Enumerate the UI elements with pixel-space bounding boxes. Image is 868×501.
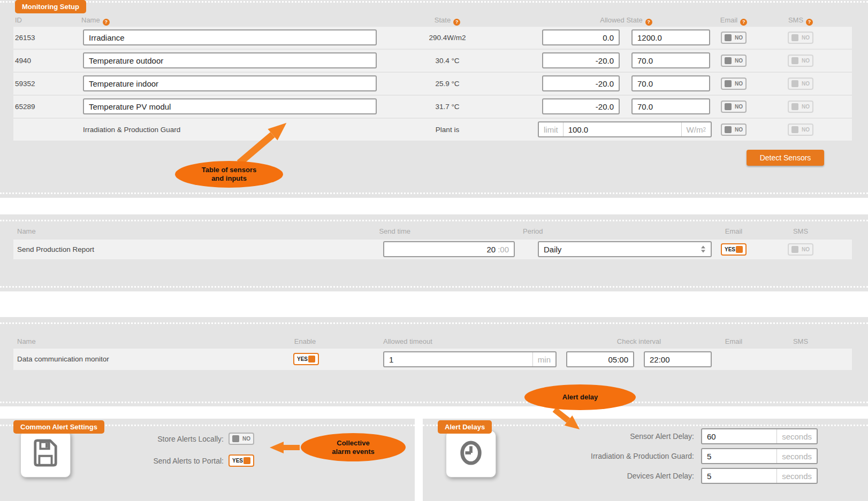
toggle-knob xyxy=(232,435,239,442)
interval-to-input[interactable] xyxy=(644,351,712,367)
allowed-max-input[interactable] xyxy=(631,29,710,45)
help-icon[interactable]: ? xyxy=(806,19,813,26)
table-row: Data communication monitor YES 1 min xyxy=(13,349,852,370)
sensor-id: 26153 xyxy=(15,27,35,49)
toggle-label: NO xyxy=(242,436,250,442)
spinner-up-icon[interactable] xyxy=(701,246,705,249)
allowed-min-input[interactable] xyxy=(542,29,620,45)
sensor-alert-delay-input[interactable]: 60 seconds xyxy=(701,428,818,444)
devices-alert-delay-label: Devices Alert Delay: xyxy=(540,468,694,484)
monitoring-setup-badge: Monitoring Setup xyxy=(15,0,86,13)
sensor-name-input[interactable] xyxy=(83,98,377,114)
guard-state: Plant is xyxy=(412,119,483,141)
limit-unit: W/m2 xyxy=(681,122,711,136)
alert-delays-badge: Alert Delays xyxy=(438,420,492,434)
toggle-label: NO xyxy=(802,58,810,64)
column-header-name: Name xyxy=(17,227,36,235)
allowed-timeout-input[interactable]: 1 min xyxy=(383,351,557,367)
send-alerts-portal-label: Send Alerts to Portal: xyxy=(85,455,224,467)
email-toggle[interactable]: NO xyxy=(721,55,747,67)
save-card xyxy=(20,430,71,477)
clock-card xyxy=(446,430,496,477)
delay-unit: seconds xyxy=(776,449,817,463)
allowed-min-input[interactable] xyxy=(542,98,620,114)
toggle-knob xyxy=(791,126,798,133)
spinner-icon[interactable] xyxy=(701,246,705,253)
sensor-name-input[interactable] xyxy=(83,29,377,45)
column-header-interval: Check interval xyxy=(566,337,712,345)
spinner-down-icon[interactable] xyxy=(701,250,705,253)
sensor-id: 65289 xyxy=(15,96,35,118)
store-alerts-toggle[interactable]: NO xyxy=(229,433,254,445)
help-icon[interactable]: ? xyxy=(453,19,460,26)
send-alerts-portal-toggle[interactable]: YES xyxy=(229,454,254,467)
table-row: 59352 25.9 °C NO NO xyxy=(13,73,852,95)
help-icon[interactable]: ? xyxy=(740,19,747,26)
detect-sensors-button[interactable]: Detect Sensors xyxy=(747,150,824,166)
save-icon xyxy=(32,437,59,471)
toggle-label: NO xyxy=(735,81,743,87)
help-icon[interactable]: ? xyxy=(645,19,652,26)
column-header-sms: SMS? xyxy=(775,16,826,26)
help-icon[interactable]: ? xyxy=(103,19,110,26)
sms-toggle: NO xyxy=(788,243,813,256)
allowed-max-input[interactable] xyxy=(631,52,710,68)
allowed-max-input[interactable] xyxy=(631,75,710,91)
monitoring-setup-page: ID Name? State? Allowed State? Email? SM… xyxy=(0,0,868,501)
toggle-label: YES xyxy=(725,246,735,252)
email-toggle[interactable]: NO xyxy=(721,124,747,136)
section-divider xyxy=(0,192,868,194)
irradiation-guard-delay-input[interactable]: 5 seconds xyxy=(701,448,818,464)
toggle-knob xyxy=(791,246,798,253)
column-header-email: Email xyxy=(708,337,759,345)
period-select[interactable]: Daily xyxy=(538,241,712,257)
timeout-value[interactable]: 1 xyxy=(384,355,532,364)
toggle-knob xyxy=(791,103,798,110)
toggle-knob xyxy=(791,34,798,41)
interval-from-input[interactable] xyxy=(566,351,634,367)
allowed-min-input[interactable] xyxy=(542,52,620,68)
email-toggle[interactable]: NO xyxy=(721,101,747,113)
column-header-name: Name xyxy=(17,337,36,345)
limit-value[interactable]: 100.0 xyxy=(564,125,681,134)
delay-value[interactable]: 60 xyxy=(702,432,776,441)
table-row-guard: Irradiation & Production Guard Plant is … xyxy=(13,119,852,141)
period-value: Daily xyxy=(539,245,711,254)
sensor-name-input[interactable] xyxy=(83,75,377,91)
sensor-id: 4940 xyxy=(15,50,31,72)
irradiation-guard-delay-label: Irradiation & Production Guard: xyxy=(540,448,694,464)
toggle-knob xyxy=(725,80,732,87)
delay-value[interactable]: 5 xyxy=(702,452,776,461)
report-section: Name Send time Period Email SMS Send Pro… xyxy=(0,214,868,291)
annotation-table-of-sensors: Table of sensorsand inputs xyxy=(175,161,283,188)
toggle-knob xyxy=(725,126,732,133)
sms-toggle: NO xyxy=(788,32,813,44)
column-header-state: State? xyxy=(412,16,483,26)
send-time-value[interactable]: 20 xyxy=(486,245,496,254)
email-toggle[interactable]: NO xyxy=(721,32,747,44)
column-header-send-time: Send time xyxy=(329,227,410,235)
report-name: Send Production Report xyxy=(17,240,94,259)
delay-value[interactable]: 5 xyxy=(702,472,776,481)
section-divider xyxy=(0,402,868,403)
sensor-alert-delay-label: Sensor Alert Delay: xyxy=(540,428,694,444)
email-toggle[interactable]: YES xyxy=(721,243,747,256)
column-header-id: ID xyxy=(15,16,22,24)
toggle-label: NO xyxy=(735,58,743,64)
devices-alert-delay-input[interactable]: 5 seconds xyxy=(701,468,818,484)
guard-limit-input[interactable]: limit 100.0 W/m2 xyxy=(538,121,712,137)
toggle-knob xyxy=(243,457,250,464)
send-time-input[interactable]: 20 :00 xyxy=(383,241,515,257)
allowed-min-input[interactable] xyxy=(542,75,620,91)
allowed-max-input[interactable] xyxy=(631,98,710,114)
email-toggle[interactable]: NO xyxy=(721,78,747,90)
monitoring-section: ID Name? State? Allowed State? Email? SM… xyxy=(0,0,868,198)
sensor-name-input[interactable] xyxy=(83,52,377,68)
enable-toggle[interactable]: YES xyxy=(293,353,319,365)
sms-toggle: NO xyxy=(788,55,813,67)
sensor-state-value: 31.7 °C xyxy=(412,96,483,118)
sms-toggle: NO xyxy=(788,101,813,113)
column-header-sms: SMS xyxy=(775,337,826,345)
sensor-state-value: 290.4W/m2 xyxy=(412,27,483,49)
table-row: 4940 30.4 °C NO NO xyxy=(13,50,852,72)
